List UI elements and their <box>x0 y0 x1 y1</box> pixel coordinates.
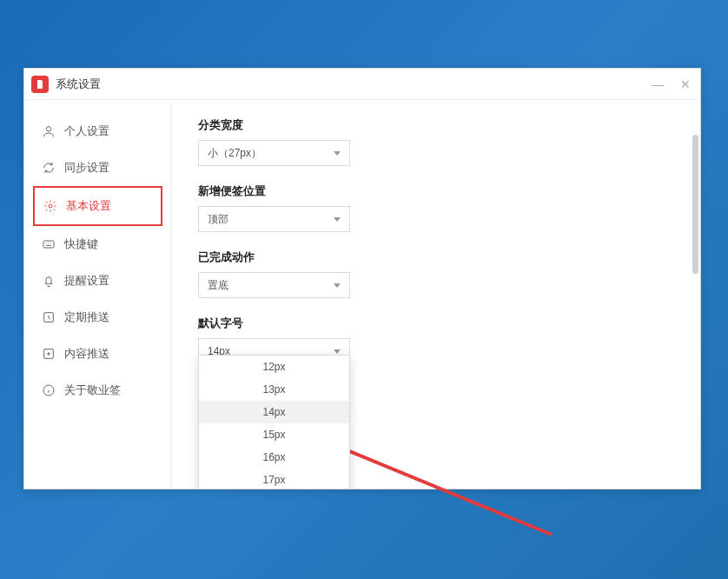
dropdown-option[interactable]: 16px <box>199 446 349 469</box>
field-label: 新增便签位置 <box>198 183 674 199</box>
sidebar-item-label: 内容推送 <box>64 346 109 362</box>
select-completed-action[interactable]: 置底 <box>198 272 350 298</box>
sidebar-item-scheduled[interactable]: 定期推送 <box>33 299 162 336</box>
person-icon <box>42 124 56 138</box>
field-completed-action: 已完成动作 置底 <box>198 250 674 298</box>
sync-icon <box>42 161 56 175</box>
sidebar-item-sync[interactable]: 同步设置 <box>33 150 162 186</box>
keyboard-icon <box>42 237 56 251</box>
sidebar-item-label: 定期推送 <box>64 309 109 325</box>
svg-point-1 <box>49 204 52 208</box>
info-icon <box>42 383 56 397</box>
clock-icon <box>42 310 56 324</box>
field-category-width: 分类宽度 小（27px） <box>198 117 674 166</box>
window-title: 系统设置 <box>56 77 101 92</box>
scrollbar[interactable] <box>692 135 698 274</box>
dropdown-option[interactable]: 15px <box>199 423 349 446</box>
bell-icon <box>42 274 56 288</box>
sidebar-item-basic[interactable]: 基本设置 <box>33 186 162 226</box>
chevron-down-icon <box>334 349 341 354</box>
dropdown-option[interactable]: 17px <box>199 469 349 489</box>
sidebar: 个人设置 同步设置 基本设置 快捷键 提醒设置 定期推送 <box>24 100 172 489</box>
push-icon <box>42 347 56 361</box>
select-value: 顶部 <box>208 212 228 227</box>
sidebar-item-about[interactable]: 关于敬业签 <box>33 372 162 409</box>
sidebar-item-shortcut[interactable]: 快捷键 <box>33 226 162 263</box>
settings-window: 系统设置 — ✕ 个人设置 同步设置 基本设置 快捷键 <box>23 68 701 489</box>
app-icon <box>31 76 49 93</box>
dropdown-option[interactable]: 14px <box>199 401 349 423</box>
minimize-button[interactable]: — <box>650 77 665 92</box>
sidebar-item-reminder[interactable]: 提醒设置 <box>33 263 162 299</box>
sidebar-item-label: 提醒设置 <box>64 273 109 289</box>
font-size-dropdown: 12px 13px 14px 15px 16px 17px 18px × <box>198 355 350 489</box>
window-body: 个人设置 同步设置 基本设置 快捷键 提醒设置 定期推送 <box>24 100 700 489</box>
select-category-width[interactable]: 小（27px） <box>198 140 350 166</box>
sidebar-item-label: 个人设置 <box>64 123 109 139</box>
dropdown-option[interactable]: 12px <box>199 356 349 378</box>
svg-rect-2 <box>43 241 54 248</box>
field-label: 分类宽度 <box>198 117 674 133</box>
sidebar-item-personal[interactable]: 个人设置 <box>33 113 162 150</box>
sidebar-item-content-push[interactable]: 内容推送 <box>33 336 162 372</box>
main-panel: 分类宽度 小（27px） 新增便签位置 顶部 已完成动作 置底 <box>172 100 700 489</box>
sidebar-item-label: 同步设置 <box>64 160 109 176</box>
sidebar-item-label: 关于敬业签 <box>64 383 121 398</box>
field-new-note-pos: 新增便签位置 顶部 <box>198 183 674 232</box>
close-button[interactable]: ✕ <box>678 77 693 92</box>
select-value: 小（27px） <box>208 146 261 161</box>
select-new-note-pos[interactable]: 顶部 <box>198 206 350 232</box>
window-controls: — ✕ <box>650 77 693 92</box>
sidebar-item-label: 快捷键 <box>64 236 98 252</box>
chevron-down-icon <box>334 217 341 222</box>
svg-point-0 <box>46 127 50 131</box>
gear-icon <box>43 199 57 213</box>
chevron-down-icon <box>334 151 341 156</box>
select-value: 置底 <box>208 278 228 293</box>
field-label: 默认字号 <box>198 316 674 331</box>
dropdown-option[interactable]: 13px <box>199 378 349 401</box>
chevron-down-icon <box>334 283 341 288</box>
titlebar: 系统设置 — ✕ <box>24 69 700 100</box>
sidebar-item-label: 基本设置 <box>66 198 111 214</box>
field-label: 已完成动作 <box>198 250 674 265</box>
